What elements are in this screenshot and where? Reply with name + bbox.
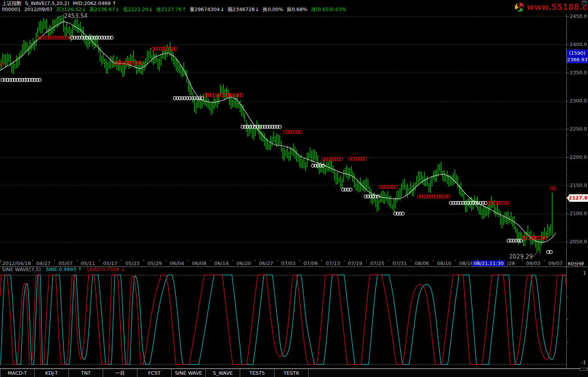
date-tick	[411, 260, 411, 261]
price-minor-tick	[566, 141, 567, 141]
price-minor-tick	[566, 236, 567, 236]
price-tick	[566, 45, 569, 45]
date-label: 09/07	[548, 260, 563, 266]
main-price-chart[interactable]	[0, 11, 566, 260]
date-label: 05/23	[125, 260, 139, 266]
header-line1: 上证指数S_WAVE(7,5,20,2)MID:2062.0469 ↑	[2, 0, 350, 6]
index-name: 上证指数	[2, 0, 22, 6]
date-tick	[277, 260, 277, 261]
date-label: 06/27	[259, 260, 273, 266]
price-minor-tick	[566, 197, 567, 197]
cursor-price: 2366.93	[567, 56, 587, 63]
tab-sine-wave[interactable]: SINE WAVE	[172, 369, 206, 377]
price-tick-label: 2450.0	[570, 13, 587, 19]
tab-tnt[interactable]: TNT	[69, 369, 103, 377]
price-minor-tick	[566, 123, 567, 124]
price-tick	[566, 185, 569, 186]
price-minor-tick	[566, 163, 567, 163]
date-label: 07/31	[392, 260, 406, 266]
window-restore-icon[interactable]	[582, 1, 587, 5]
tab-macd-t[interactable]: MACD-T	[0, 369, 35, 377]
date-tick	[77, 260, 77, 261]
date-label: 07/13	[326, 260, 340, 266]
date-tick	[233, 260, 233, 261]
price-minor-tick	[566, 174, 567, 174]
price-tick	[566, 214, 569, 214]
price-minor-tick	[566, 118, 567, 118]
date-tick	[389, 260, 389, 261]
price-minor-tick	[566, 22, 567, 22]
date-label: /28	[507, 260, 515, 266]
price-tick-label: 2200.0	[570, 154, 587, 160]
lead-value: LEAD:0.7329	[87, 267, 119, 272]
price-minor-tick	[566, 169, 567, 169]
date-label: 06/20	[237, 260, 251, 266]
date-label: 06/14	[214, 260, 228, 266]
price-minor-tick	[566, 107, 567, 107]
date-tick	[344, 260, 344, 261]
sine-indicator-title: SINE WAVE(7,5)	[2, 267, 41, 272]
price-tick-label: 2400.0	[570, 42, 587, 47]
tab--[interactable]: 一目	[103, 369, 137, 377]
sine-axis-tick	[566, 297, 568, 297]
date-tick	[143, 260, 144, 261]
date-tick	[322, 260, 322, 261]
date-label: 05/29	[148, 260, 162, 266]
date-label: 07/09	[303, 260, 317, 266]
tab-kdj-t[interactable]: KDJ-T	[35, 369, 69, 377]
date-tick	[210, 260, 211, 261]
date-tick	[188, 260, 188, 261]
date-label: 05/11	[81, 260, 95, 266]
price-tick-label: 2150.0	[570, 182, 587, 188]
date-tick	[478, 260, 478, 261]
price-tick-label: 2050.0	[570, 239, 587, 244]
date-tick	[544, 260, 545, 261]
price-tick-label: 2350.0	[570, 70, 587, 75]
date-label: 05/07	[59, 260, 73, 266]
price-minor-tick	[566, 135, 567, 135]
price-minor-tick	[566, 202, 567, 203]
tab-test5[interactable]: TEST5	[240, 369, 274, 377]
resize-grip[interactable]	[580, 368, 588, 371]
indicator-tab-bar: MACD-TKDJ-TTNT一目FCSTSINE WAVES_WAVETEST5…	[0, 369, 588, 377]
cursor-bar-count: (1590)	[567, 50, 587, 56]
date-axis: 60分钟 2012/04/1804/2705/0705/1105/1705/23…	[0, 260, 588, 267]
date-tick	[0, 260, 1, 263]
price-minor-tick	[566, 180, 567, 180]
indicator-name: S_WAVE(7,5,20,2)	[25, 0, 69, 6]
sine-up-arrow-icon: ↑	[78, 267, 82, 272]
app-window: 上证指数S_WAVE(7,5,20,2)MID:2062.0469 ↑ 0000…	[0, 0, 588, 377]
price-tick-label: 2100.0	[570, 211, 587, 216]
mid-up-arrow-icon: ↑	[112, 0, 116, 6]
sine-axis-bottom-label: -1	[578, 359, 586, 365]
date-label: 07/25	[370, 260, 384, 266]
date-label: 05/17	[103, 260, 117, 266]
date-label: 07/19	[348, 260, 362, 266]
price-minor-tick	[566, 219, 567, 220]
mid-value: MID:2062.0469	[73, 0, 111, 6]
sine-wave-chart[interactable]	[0, 273, 566, 368]
last-price-tag: 2127.8	[567, 194, 588, 202]
date-tick	[522, 260, 523, 261]
price-tick	[566, 157, 569, 158]
date-tick	[500, 260, 500, 261]
price-minor-tick	[566, 191, 567, 192]
price-tick-label: 2300.0	[570, 98, 587, 104]
price-minor-tick	[566, 95, 567, 96]
tab-test6[interactable]: TEST6	[274, 369, 309, 377]
price-minor-tick	[566, 78, 567, 79]
period-label: 60分钟	[568, 260, 584, 267]
sine-panel-header: SINE WAVE(7,5) SINE:0.9993 ↑ LEAD:0.7329…	[2, 267, 125, 272]
date-label: 06/04	[170, 260, 184, 266]
price-minor-tick	[566, 152, 567, 152]
tab-fcst[interactable]: FCST	[137, 369, 172, 377]
price-tick-label: 2250.0	[570, 126, 587, 132]
date-tick	[32, 260, 33, 261]
date-tick	[121, 260, 122, 261]
date-tick	[54, 260, 55, 261]
sine-axis-tick	[566, 319, 568, 320]
price-tick	[566, 73, 569, 73]
date-tick	[166, 260, 166, 261]
tab-s-wave[interactable]: S_WAVE	[206, 369, 240, 377]
date-label: 07/03	[281, 260, 295, 266]
